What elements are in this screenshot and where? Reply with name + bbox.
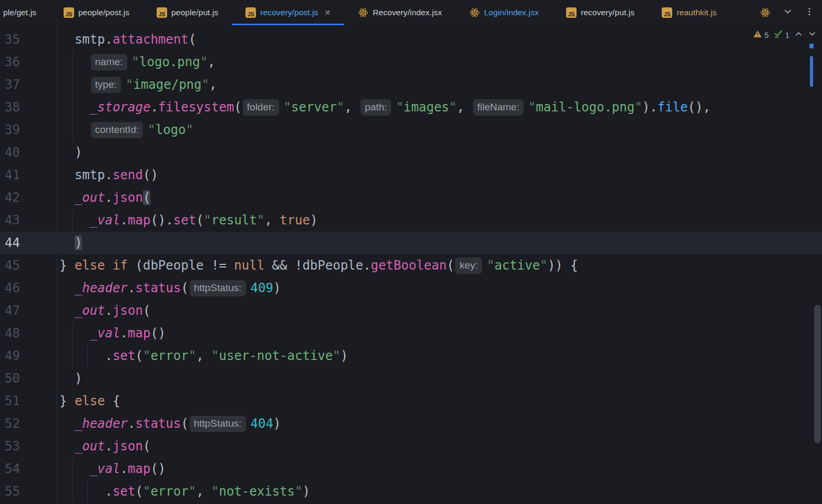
tab-people-post-js[interactable]: JSpeople/post.js (50, 0, 143, 25)
inlay-hint: type: (91, 77, 121, 93)
tab-recovery-put-js[interactable]: JSrecovery/put.js (552, 0, 648, 25)
code-text: type:"image/png", (59, 74, 217, 96)
code-text: } else { (59, 390, 120, 413)
tab-reauthkit-js[interactable]: JSreauthkit.js (648, 0, 730, 25)
code-text: _val.map().set("result", true) (59, 209, 317, 232)
code-line[interactable]: 47 _out.json( (0, 300, 822, 322)
code-token: ( (196, 213, 203, 228)
code-line[interactable]: 50 ) (0, 367, 822, 390)
code-line[interactable]: 45} else if (dbPeople != null && !dbPeop… (0, 254, 822, 277)
typo-count: 1 (785, 30, 789, 39)
code-token: " (284, 100, 291, 115)
inlay-hint: name: (91, 54, 127, 70)
tab-list: ple/get.jsJSpeople/post.jsJSpeople/put.j… (0, 0, 731, 25)
code-token (105, 258, 112, 273)
code-token: " (257, 213, 264, 228)
code-line[interactable]: 49 .set("error", "user-not-active") (0, 345, 822, 367)
code-token: _out (75, 439, 105, 454)
code-line[interactable]: 35 smtp.attachment( (0, 28, 822, 51)
vcs-stripe-mark-large[interactable] (810, 56, 813, 87)
warnings-indicator[interactable]: 5 (753, 30, 768, 39)
code-token: error (150, 348, 188, 363)
code-token: set (112, 348, 135, 363)
code-line[interactable]: 51} else { (0, 390, 822, 413)
code-token: status (136, 281, 181, 295)
code-token: not-exists (219, 484, 295, 499)
code-line[interactable]: 39 contentId:"logo" (0, 119, 822, 141)
inlay-hint: path: (361, 99, 391, 116)
code-token: ( (234, 100, 241, 115)
code-token: ( (143, 439, 150, 454)
tab-recovery-index-jsx[interactable]: Recovery/index.jsx (344, 0, 456, 25)
code-line[interactable]: 54 _val.map() (0, 458, 822, 480)
next-problem-button[interactable] (808, 29, 817, 40)
code-line[interactable]: 37 type:"image/png", (0, 74, 822, 96)
code-token: ( (128, 258, 143, 273)
code-line[interactable]: 40 ) (0, 141, 822, 164)
code-token: getBoolean (371, 258, 447, 273)
code-token: _header (75, 416, 128, 431)
code-token: else (75, 258, 105, 273)
code-token: server (291, 100, 337, 115)
code-token: _header (75, 281, 128, 295)
line-number: 50 (0, 367, 20, 390)
tab-recovery-post-js[interactable]: JSrecovery/post.js✕ (232, 0, 344, 25)
code-line[interactable]: 48 _val.map() (0, 322, 822, 345)
code-text: _out.json( (59, 300, 150, 322)
ide-window: ple/get.jsJSpeople/post.jsJSpeople/put.j… (0, 0, 822, 504)
code-text: _storage.filesystem(folder:"server", pat… (59, 96, 711, 119)
kebab-menu-icon[interactable] (805, 7, 814, 18)
code-line[interactable]: 42 _out.json( (0, 187, 822, 209)
code-token: send (112, 168, 143, 182)
code-token: ) (302, 484, 310, 499)
code-token: . (128, 281, 135, 295)
close-icon[interactable]: ✕ (324, 9, 331, 16)
typos-indicator[interactable]: 1 (774, 29, 789, 40)
code-line[interactable]: 41 smtp.send() (0, 164, 822, 187)
code-token: map (128, 213, 150, 228)
code-token: . (105, 348, 112, 363)
prev-problem-button[interactable] (794, 29, 803, 40)
code-line[interactable]: 36 name:"logo.png", (0, 51, 822, 74)
code-text: .set("error", "user-not-active") (59, 345, 348, 367)
react-run-icon[interactable] (760, 7, 770, 18)
tab-login-index-jsx[interactable]: Login/index.jsx (456, 0, 552, 25)
code-line[interactable]: 53 _out.json( (0, 435, 822, 458)
code-line[interactable]: 44 ) (0, 232, 822, 254)
code-editor[interactable]: 35 smtp.attachment(36 name:"logo.png",37… (0, 26, 822, 504)
code-text: smtp.send() (59, 164, 158, 187)
code-text: _header.status(httpStatus:409) (59, 277, 281, 300)
code-token: " (186, 122, 193, 137)
tab-people-put-js[interactable]: JSpeople/put.js (143, 0, 232, 25)
react-file-icon (358, 7, 368, 18)
chevron-down-icon[interactable] (783, 7, 793, 18)
code-token: ) (273, 281, 281, 295)
code-token: ( (143, 303, 150, 318)
code-token: ). (642, 100, 657, 115)
code-token: _out (75, 303, 105, 318)
line-number: 45 (0, 254, 20, 277)
code-line[interactable]: 46 _header.status(httpStatus:409) (0, 277, 822, 300)
code-token: . (363, 258, 371, 273)
code-token: (), (688, 100, 711, 115)
code-token: " (295, 484, 302, 499)
code-token: error (150, 484, 188, 499)
code-token: " (449, 100, 457, 115)
code-token: . (150, 100, 158, 115)
code-token: set (173, 213, 196, 228)
editor-tab-bar: ple/get.jsJSpeople/post.jsJSpeople/put.j… (0, 0, 822, 26)
vertical-scrollbar-thumb[interactable] (814, 305, 821, 443)
code-line[interactable]: 55 .set("error", "not-exists") (0, 480, 822, 503)
code-text: ) (59, 141, 82, 164)
typo-check-icon (774, 29, 783, 40)
code-token: , (264, 213, 280, 228)
code-line[interactable]: 43 _val.map().set("result", true) (0, 209, 822, 232)
code-token: ) (75, 371, 82, 386)
code-line[interactable]: 38 _storage.filesystem(folder:"server", … (0, 96, 822, 119)
code-token: " (528, 100, 536, 115)
code-token: . (120, 213, 128, 228)
tab-ple-get-js[interactable]: ple/get.js (0, 0, 50, 25)
vcs-stripe-mark-small[interactable] (809, 44, 814, 48)
code-line[interactable]: 52 _header.status(httpStatus:404) (0, 413, 822, 435)
tab-label: reauthkit.js (676, 8, 716, 17)
